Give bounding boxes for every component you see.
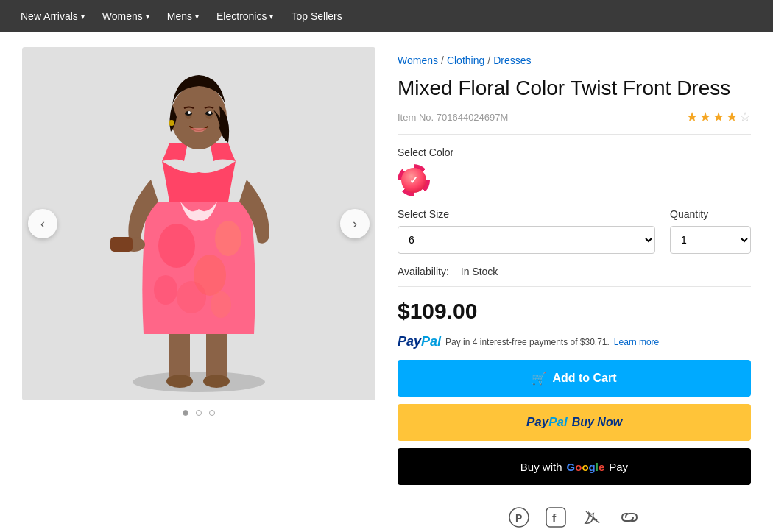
- share-link-icon[interactable]: [618, 506, 641, 529]
- navbar: New Arrivals ▾ Womens ▾ Mens ▾ Electroni…: [0, 0, 773, 32]
- paypal-logo-icon: PayPal: [398, 334, 441, 350]
- quantity-select[interactable]: 1 2 3 4 5: [670, 226, 751, 254]
- nav-womens-label: Womens: [102, 10, 143, 22]
- size-qty-section: Select Size 2 4 6 8 10 12 14 Quantity 1: [398, 208, 751, 254]
- color-section: Select Color ✓: [398, 146, 751, 196]
- nav-top-sellers-label: Top Sellers: [291, 10, 342, 22]
- svg-point-6: [158, 224, 195, 268]
- breadcrumb-clothing[interactable]: Clothing: [447, 54, 484, 66]
- availability-label: Availability:: [398, 266, 449, 277]
- nav-electronics-arrow: ▾: [269, 13, 273, 21]
- gpay-button[interactable]: Buy with Google Pay: [398, 448, 751, 485]
- nav-new-arrivals-arrow: ▾: [81, 13, 85, 21]
- carousel-dot-2[interactable]: [196, 410, 202, 416]
- carousel-dot-3[interactable]: [209, 410, 215, 416]
- nav-electronics[interactable]: Electronics ▾: [208, 0, 282, 32]
- add-to-cart-label: Add to Cart: [552, 372, 616, 385]
- cart-icon: 🛒: [532, 372, 546, 386]
- breadcrumb-womens[interactable]: Womens: [398, 54, 438, 66]
- paypal-btn-logo: PayPal: [526, 415, 568, 430]
- svg-point-4: [166, 375, 193, 388]
- nav-womens-arrow: ▾: [146, 13, 149, 21]
- svg-text:P: P: [515, 512, 522, 524]
- product-image-svg: [22, 47, 375, 400]
- size-select[interactable]: 2 4 6 8 10 12 14: [398, 226, 655, 254]
- facebook-icon[interactable]: f: [544, 506, 568, 529]
- star-rating: ★ ★ ★ ★ ☆: [686, 109, 751, 125]
- breadcrumb: Womens / Clothing / Dresses: [398, 54, 751, 66]
- item-number: Item No. 701644024697M: [398, 112, 508, 123]
- svg-text:f: f: [552, 512, 557, 525]
- svg-point-16: [169, 120, 174, 126]
- product-price: $109.00: [398, 299, 751, 324]
- size-label: Select Size: [398, 208, 655, 220]
- breadcrumb-sep-1: /: [441, 54, 444, 66]
- carousel-next-button[interactable]: ›: [340, 209, 370, 238]
- add-to-cart-button[interactable]: 🛒 Add to Cart: [398, 360, 751, 397]
- star-3: ★: [713, 109, 724, 125]
- size-group: Select Size 2 4 6 8 10 12 14: [398, 208, 655, 254]
- google-pay-logo: Google: [567, 461, 605, 473]
- nav-mens-arrow: ▾: [195, 13, 199, 21]
- svg-point-11: [211, 291, 231, 318]
- nav-electronics-label: Electronics: [216, 10, 267, 22]
- availability-status: In Stock: [461, 266, 498, 277]
- paypal-buynow-label: Buy Now: [572, 416, 622, 429]
- color-swatch-inner: ✓: [401, 168, 426, 193]
- breadcrumb-sep-2: /: [487, 54, 490, 66]
- svg-point-10: [154, 275, 177, 305]
- svg-point-21: [188, 111, 191, 114]
- image-section: ‹ ›: [22, 47, 375, 529]
- paypal-info: PayPal Pay in 4 interest-free payments o…: [398, 334, 751, 350]
- nav-womens[interactable]: Womens ▾: [93, 0, 158, 32]
- product-image-container: ‹ ›: [22, 47, 375, 400]
- svg-rect-2: [169, 327, 190, 382]
- product-title: Mixed Floral Color Twist Front Dress: [398, 75, 751, 102]
- svg-rect-3: [206, 327, 227, 382]
- svg-point-22: [208, 111, 211, 114]
- color-swatch-pink[interactable]: ✓: [398, 164, 430, 196]
- color-check-icon: ✓: [409, 174, 418, 186]
- page-content: ‹ › Womens / Clothing / Dresses Mixed Fl…: [0, 32, 773, 532]
- item-no-label: Item No.: [398, 112, 434, 123]
- gpay-suffix: Pay: [609, 461, 628, 473]
- carousel-prev-button[interactable]: ‹: [28, 209, 57, 238]
- pinterest-icon[interactable]: P: [507, 506, 531, 529]
- svg-point-1: [133, 372, 265, 392]
- star-5: ☆: [739, 109, 751, 125]
- qty-label: Quantity: [670, 208, 751, 220]
- gpay-label: Buy with: [520, 461, 562, 473]
- paypal-learn-more-link[interactable]: Learn more: [614, 337, 659, 347]
- nav-mens[interactable]: Mens ▾: [158, 0, 208, 32]
- svg-rect-13: [110, 237, 133, 252]
- breadcrumb-dresses[interactable]: Dresses: [493, 54, 531, 66]
- star-2: ★: [699, 109, 711, 125]
- carousel-next-icon: ›: [353, 216, 357, 232]
- detail-section: Womens / Clothing / Dresses Mixed Floral…: [398, 47, 751, 529]
- nav-mens-label: Mens: [167, 10, 192, 22]
- carousel-prev-icon: ‹: [40, 216, 45, 232]
- svg-point-5: [203, 375, 230, 388]
- social-share-row: P f: [398, 498, 751, 529]
- nav-new-arrivals[interactable]: New Arrivals ▾: [12, 0, 93, 32]
- svg-point-8: [177, 281, 206, 313]
- svg-point-9: [215, 221, 241, 256]
- carousel-dot-1[interactable]: [183, 410, 188, 416]
- meta-row: Item No. 701644024697M ★ ★ ★ ★ ☆: [398, 109, 751, 135]
- color-label: Select Color: [398, 146, 751, 158]
- nav-top-sellers[interactable]: Top Sellers: [282, 0, 350, 32]
- svg-line-27: [586, 511, 599, 523]
- availability-row: Availability: In Stock: [398, 266, 751, 287]
- nav-new-arrivals-label: New Arrivals: [21, 10, 78, 22]
- paypal-installment-text: Pay in 4 interest-free payments of $30.7…: [445, 337, 610, 347]
- paypal-buynow-button[interactable]: PayPal Buy Now: [398, 404, 751, 441]
- star-1: ★: [686, 109, 698, 125]
- qty-group: Quantity 1 2 3 4 5: [670, 208, 751, 254]
- twitter-icon[interactable]: [581, 506, 604, 529]
- star-4: ★: [726, 109, 738, 125]
- color-swatches: ✓: [398, 164, 751, 196]
- item-no-value: 701644024697M: [437, 112, 509, 123]
- carousel-dots: [22, 406, 375, 418]
